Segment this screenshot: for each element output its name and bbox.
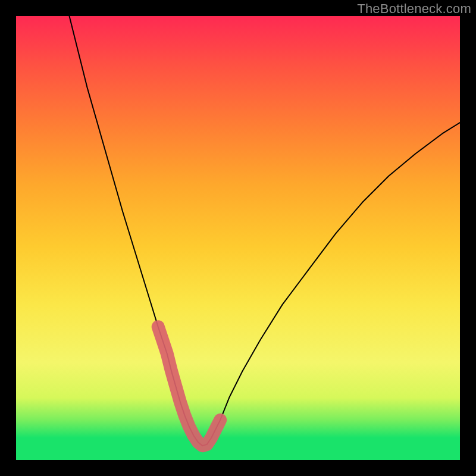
chart-svg (16, 16, 460, 460)
svg-rect-0 (16, 16, 460, 460)
watermark-text: TheBottleneck.com (357, 1, 471, 17)
outer-frame: TheBottleneck.com (0, 0, 476, 476)
plot-area (16, 16, 460, 460)
